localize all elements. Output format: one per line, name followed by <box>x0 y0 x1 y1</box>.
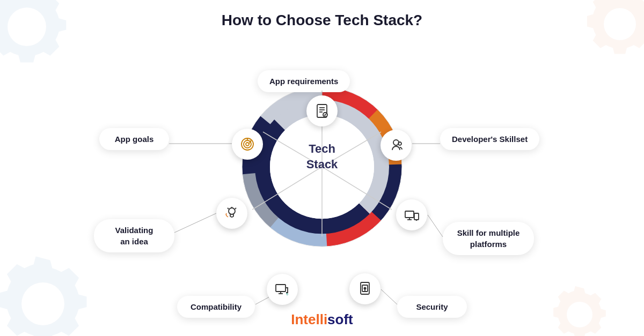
svg-rect-26 <box>405 211 414 218</box>
security-icon <box>349 273 380 304</box>
page-title: How to Choose Tech Stack? <box>0 0 644 34</box>
app-goals-label: App goals <box>99 128 169 150</box>
compatibility-label: Compatibility <box>177 296 255 318</box>
brand-soft: soft <box>327 311 353 327</box>
svg-point-45 <box>246 143 249 146</box>
app-goals-icon <box>232 129 263 160</box>
skill-multiple-platforms-icon <box>396 199 427 230</box>
diagram-area: TechStack <box>0 34 644 313</box>
svg-line-41 <box>228 208 229 209</box>
brand-intelli: Intelli <box>291 311 327 327</box>
svg-line-51 <box>381 289 397 304</box>
svg-rect-35 <box>276 285 286 292</box>
developers-skillset-label: Developer's Skillset <box>440 128 539 150</box>
svg-point-39 <box>229 208 235 214</box>
app-requirements-label: App requirements <box>258 70 350 92</box>
svg-rect-29 <box>414 213 419 220</box>
compatibility-icon <box>267 274 298 305</box>
validating-idea-label: Validatingan idea <box>94 219 174 252</box>
developers-skillset-icon <box>380 130 412 161</box>
security-label: Security <box>397 296 467 318</box>
validating-idea-icon <box>216 198 247 229</box>
app-requirements-icon <box>306 95 338 126</box>
svg-point-33 <box>364 287 367 290</box>
svg-line-50 <box>428 215 443 237</box>
skill-multiple-platforms-label: Skill for multipleplatforms <box>443 222 534 255</box>
center-label: TechStack <box>306 141 338 173</box>
svg-line-53 <box>174 213 216 233</box>
brand: Intellisoft <box>291 311 353 328</box>
svg-line-42 <box>235 208 236 209</box>
